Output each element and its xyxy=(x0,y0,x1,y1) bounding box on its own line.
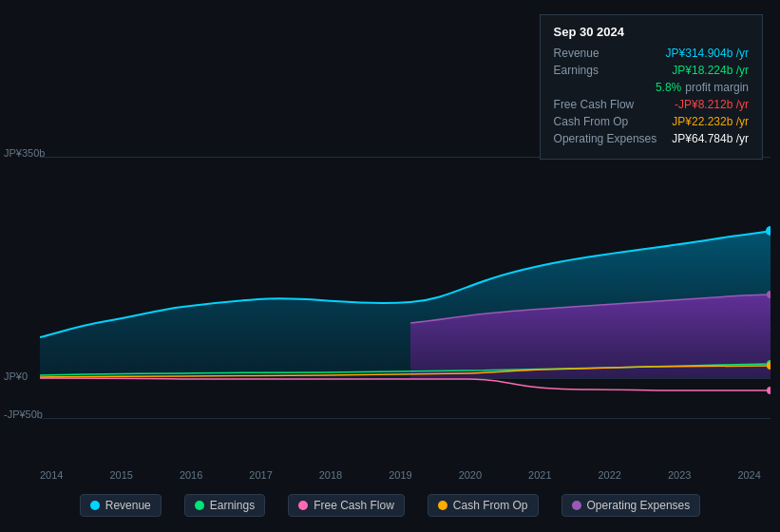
tooltip-value-earnings: JP¥18.224b /yr xyxy=(672,64,749,77)
legend-label-revenue: Revenue xyxy=(105,499,151,512)
legend-dot-earnings xyxy=(195,501,204,510)
tooltip-label-opex: Operating Expenses xyxy=(554,132,657,145)
x-label-2024: 2024 xyxy=(737,469,760,481)
x-label-2023: 2023 xyxy=(668,469,691,481)
legend-label-fcf: Free Cash Flow xyxy=(314,499,394,512)
legend-label-cashfromop: Cash From Op xyxy=(453,499,528,512)
legend-item-fcf[interactable]: Free Cash Flow xyxy=(288,494,405,517)
tooltip-label-revenue: Revenue xyxy=(554,47,599,60)
tooltip-date: Sep 30 2024 xyxy=(554,25,749,39)
legend-dot-cashfromop xyxy=(438,501,447,510)
x-label-2017: 2017 xyxy=(249,469,272,481)
legend-item-opex[interactable]: Operating Expenses xyxy=(561,494,701,517)
legend-dot-revenue xyxy=(90,501,100,510)
x-label-2018: 2018 xyxy=(319,469,342,481)
y-label-top: JP¥350b xyxy=(4,147,45,159)
x-label-2014: 2014 xyxy=(40,469,63,481)
legend-item-earnings[interactable]: Earnings xyxy=(184,494,265,517)
tooltip-row-cashfromop: Cash From Op JP¥22.232b /yr xyxy=(554,115,749,128)
x-label-2021: 2021 xyxy=(528,469,551,481)
legend-item-cashfromop[interactable]: Cash From Op xyxy=(428,494,539,517)
fcf-dot xyxy=(767,387,770,394)
tooltip-value-revenue: JP¥314.904b /yr xyxy=(666,47,749,60)
x-label-2022: 2022 xyxy=(599,469,621,481)
tooltip-label-earnings: Earnings xyxy=(554,64,599,77)
legend-dot-fcf xyxy=(298,501,308,510)
tooltip-value-opex: JP¥64.784b /yr xyxy=(672,132,749,145)
tooltip-row-fcf: Free Cash Flow -JP¥8.212b /yr xyxy=(554,98,749,111)
chart-legend: Revenue Earnings Free Cash Flow Cash Fro… xyxy=(0,488,780,522)
tooltip-value-cashfromop: JP¥22.232b /yr xyxy=(672,115,749,128)
x-label-2016: 2016 xyxy=(180,469,202,481)
legend-label-opex: Operating Expenses xyxy=(587,499,691,512)
tooltip-row-earnings: Earnings JP¥18.224b /yr xyxy=(554,64,749,77)
tooltip-row-revenue: Revenue JP¥314.904b /yr xyxy=(554,47,749,60)
fcf-line xyxy=(40,378,770,390)
legend-label-earnings: Earnings xyxy=(210,499,255,512)
x-axis-labels: 2014 2015 2016 2017 2018 2019 2020 2021 … xyxy=(40,469,761,481)
profit-margin-row: 5.8% profit margin xyxy=(554,81,749,94)
y-label-bottom: -JP¥50b xyxy=(4,408,43,420)
x-label-2015: 2015 xyxy=(109,469,132,481)
tooltip-label-cashfromop: Cash From Op xyxy=(554,115,629,128)
grid-line-bottom xyxy=(40,418,770,419)
tooltip-value-fcf: -JP¥8.212b /yr xyxy=(675,98,749,111)
y-label-mid: JP¥0 xyxy=(4,370,28,382)
x-label-2019: 2019 xyxy=(389,469,411,481)
chart-container: Sep 30 2024 Revenue JP¥314.904b /yr Earn… xyxy=(0,0,780,532)
x-label-2020: 2020 xyxy=(459,469,482,481)
profit-margin-label: profit margin xyxy=(685,81,749,94)
tooltip-panel: Sep 30 2024 Revenue JP¥314.904b /yr Earn… xyxy=(540,14,763,160)
legend-dot-opex xyxy=(572,501,581,510)
tooltip-label-fcf: Free Cash Flow xyxy=(554,98,635,111)
legend-item-revenue[interactable]: Revenue xyxy=(80,494,162,517)
tooltip-row-opex: Operating Expenses JP¥64.784b /yr xyxy=(554,132,749,145)
profit-margin-value: 5.8% xyxy=(656,81,681,94)
chart-svg xyxy=(40,147,770,418)
